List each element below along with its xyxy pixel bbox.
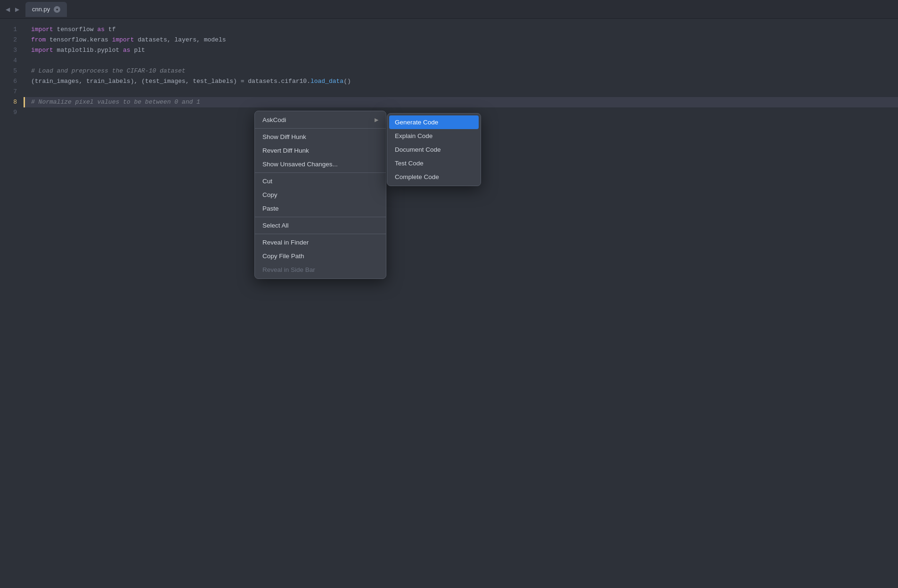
submenu: Generate Code Explain Code Document Code… (387, 113, 481, 186)
submenu-item-generate-code[interactable]: Generate Code (389, 115, 479, 129)
menu-item-askcodi-label: AskCodi (262, 116, 286, 123)
tab-bar: ◀ ▶ cnn.py ● (0, 0, 898, 19)
menu-separator-4 (255, 234, 386, 234)
menu-separator-2 (255, 172, 386, 173)
line-num-2: 2 (0, 35, 17, 45)
line-num-5: 5 (0, 66, 17, 76)
menu-item-cut[interactable]: Cut (255, 174, 386, 188)
line-num-9: 9 (0, 107, 17, 118)
line-num-6: 6 (0, 76, 17, 87)
code-line-7 (24, 87, 898, 97)
code-line-8: # Normalize pixel values to be between 0… (24, 97, 898, 107)
tab-close-button[interactable]: ● (54, 6, 60, 13)
menu-item-paste[interactable]: Paste (255, 202, 386, 215)
line-num-4: 4 (0, 56, 17, 66)
code-content[interactable]: import tensorflow as tf from tensorflow.… (24, 19, 898, 588)
submenu-item-generate-code-label: Generate Code (395, 119, 438, 126)
code-line-6: (train_images, train_labels), (test_imag… (24, 76, 898, 87)
menu-item-askcodi[interactable]: AskCodi ▶ Generate Code Explain Code Doc… (255, 113, 386, 127)
code-line-3: import matplotlib.pyplot as plt (24, 45, 898, 56)
menu-item-cut-label: Cut (262, 178, 272, 185)
submenu-item-complete-code-label: Complete Code (395, 173, 439, 180)
menu-item-copy-file-path-label: Copy File Path (262, 253, 304, 260)
line-numbers: 1 2 3 4 5 6 7 8 9 (0, 19, 24, 588)
menu-item-select-all[interactable]: Select All (255, 219, 386, 232)
menu-separator-3 (255, 217, 386, 217)
menu-item-paste-label: Paste (262, 205, 279, 212)
menu-item-reveal-finder[interactable]: Reveal in Finder (255, 236, 386, 249)
line-num-7: 7 (0, 87, 17, 97)
submenu-arrow-icon: ▶ (375, 117, 378, 123)
submenu-item-document-code-label: Document Code (395, 146, 441, 153)
menu-item-show-unsaved-changes[interactable]: Show Unsaved Changes... (255, 157, 386, 171)
menu-item-copy-file-path[interactable]: Copy File Path (255, 249, 386, 263)
menu-item-reveal-finder-label: Reveal in Finder (262, 239, 309, 246)
submenu-item-test-code-label: Test Code (395, 160, 424, 167)
editor-area: 1 2 3 4 5 6 7 8 9 import tensorflow as t… (0, 19, 898, 588)
code-line-5: # Load and preprocess the CIFAR-10 datas… (24, 66, 898, 76)
line-num-3: 3 (0, 45, 17, 56)
menu-item-show-diff-hunk[interactable]: Show Diff Hunk (255, 130, 386, 144)
menu-item-show-diff-hunk-label: Show Diff Hunk (262, 133, 306, 140)
tab-cnn-py[interactable]: cnn.py ● (25, 2, 67, 17)
context-menu: AskCodi ▶ Generate Code Explain Code Doc… (254, 111, 386, 279)
menu-item-show-unsaved-changes-label: Show Unsaved Changes... (262, 161, 338, 168)
submenu-item-explain-code[interactable]: Explain Code (387, 129, 481, 143)
tab-title: cnn.py (32, 6, 50, 13)
line-num-8: 8 (0, 97, 17, 107)
submenu-item-complete-code[interactable]: Complete Code (387, 170, 481, 184)
submenu-item-explain-code-label: Explain Code (395, 132, 433, 139)
submenu-item-test-code[interactable]: Test Code (387, 156, 481, 170)
code-line-1: import tensorflow as tf (24, 24, 898, 35)
menu-item-copy[interactable]: Copy (255, 188, 386, 202)
menu-item-select-all-label: Select All (262, 222, 289, 229)
back-arrow[interactable]: ◀ (4, 6, 11, 13)
menu-item-copy-label: Copy (262, 191, 278, 198)
menu-item-reveal-sidebar-label: Reveal in Side Bar (262, 266, 315, 273)
menu-item-revert-diff-hunk-label: Revert Diff Hunk (262, 147, 309, 154)
line-num-1: 1 (0, 24, 17, 35)
code-line-2: from tensorflow.keras import datasets, l… (24, 35, 898, 45)
submenu-item-document-code[interactable]: Document Code (387, 143, 481, 156)
menu-item-reveal-sidebar: Reveal in Side Bar (255, 263, 386, 277)
menu-item-revert-diff-hunk[interactable]: Revert Diff Hunk (255, 144, 386, 157)
forward-arrow[interactable]: ▶ (13, 6, 21, 13)
menu-separator-1 (255, 128, 386, 129)
code-line-4 (24, 56, 898, 66)
nav-arrows: ◀ ▶ (4, 6, 21, 13)
